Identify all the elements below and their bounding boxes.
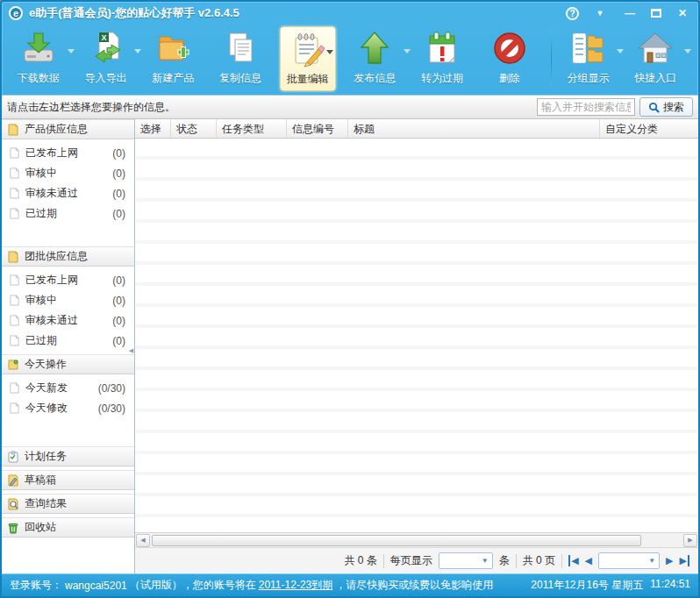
sidebar-item-review-failed-2[interactable]: 审核未通过 (0) <box>2 310 134 331</box>
minimize-icon[interactable]: — <box>621 7 639 19</box>
sidebar-section-product-supply[interactable]: 产品供应信息 <box>2 119 134 139</box>
expire-date-link[interactable]: 2011-12-23到期 <box>259 578 333 593</box>
delete-icon <box>490 29 529 68</box>
toolbar-separator <box>551 30 552 88</box>
sidebar-section-group-supply[interactable]: 团批供应信息 <box>2 246 134 267</box>
item-count: (0) <box>112 274 125 287</box>
table-body-empty[interactable] <box>135 139 698 532</box>
new-product-icon <box>154 29 192 68</box>
column-title[interactable]: 标题 <box>348 119 600 138</box>
item-count: (0) <box>112 208 125 220</box>
dropdown-caret-icon[interactable] <box>617 49 624 53</box>
app-logo-icon: e <box>9 6 23 20</box>
hint-text: 请点击左边栏选择您要操作的信息。 <box>7 100 175 115</box>
window-controls: ? ▼ — ✕ <box>566 7 691 20</box>
page-select[interactable]: ▼ <box>598 552 660 569</box>
collapse-icon[interactable]: ▼ <box>591 9 609 18</box>
per-page-select[interactable]: ▼ <box>439 552 493 569</box>
search-input[interactable] <box>537 98 635 116</box>
column-status[interactable]: 状态 <box>171 119 217 138</box>
trial-text: （试用版），您的账号将在 <box>130 578 256 593</box>
close-icon[interactable]: ✕ <box>674 7 691 19</box>
sidebar-item-review-failed[interactable]: 审核未通过 (0) <box>2 183 134 203</box>
message-bar: 请点击左边栏选择您要操作的信息。 搜索 <box>2 95 698 119</box>
group-display-icon <box>568 29 607 68</box>
sidebar-section-today[interactable]: 今天操作 <box>2 354 134 374</box>
toolbar-button-group-display[interactable]: 分组显示 <box>561 26 617 91</box>
help-icon[interactable]: ? <box>566 7 579 20</box>
batch-edit-icon <box>289 30 327 68</box>
publish-info-icon <box>355 29 394 68</box>
scroll-left-icon[interactable]: ◀ <box>136 534 150 547</box>
first-page-icon[interactable]: ◀ <box>568 555 578 566</box>
toolbar-button-download-data[interactable]: 下载数据 <box>11 26 67 91</box>
per-page-label: 每页显示 <box>390 553 432 568</box>
dropdown-caret-icon[interactable] <box>68 49 75 53</box>
page-icon <box>9 402 20 414</box>
maximize-icon[interactable] <box>651 9 661 18</box>
scrollbar-thumb[interactable] <box>152 535 641 546</box>
toolbar-button-new-product[interactable]: 新建产品 <box>145 26 201 91</box>
toolbar-button-copy-info[interactable]: 复制信息 <box>212 26 268 91</box>
toolbar-button-quick-entry[interactable]: 快捷入口 <box>627 26 683 91</box>
column-info-id[interactable]: 信息编号 <box>287 119 348 138</box>
item-count: (0/30) <box>98 382 125 395</box>
column-task-type[interactable]: 任务类型 <box>217 119 287 138</box>
sidebar-item-today-new[interactable]: 今天新发 (0/30) <box>2 378 134 398</box>
prev-page-icon[interactable]: ◀ <box>585 555 592 566</box>
note-icon <box>7 124 19 136</box>
scroll-right-icon[interactable]: ▶ <box>683 534 697 547</box>
search-button[interactable]: 搜索 <box>639 97 693 117</box>
sidebar-item-reviewing[interactable]: 审核中 (0) <box>2 163 134 183</box>
sidebar-item-published-2[interactable]: 已发布上网 (0) <box>2 270 134 290</box>
expire-icon <box>423 29 461 68</box>
page-icon <box>9 208 20 219</box>
page-icon <box>9 335 20 346</box>
sidebar-item-today-modified[interactable]: 今天修改 (0/30) <box>2 398 134 418</box>
dropdown-caret-icon[interactable] <box>134 49 141 53</box>
toolbar-button-publish-info[interactable]: 发布信息 <box>347 26 404 91</box>
today-icon <box>7 359 19 371</box>
sidebar-item-reviewing-2[interactable]: 审核中 (0) <box>2 290 134 310</box>
app-window: e e助手(普通会员)-您的贴心好帮手 v2.6.4.5 ? ▼ — ✕ 下载数… <box>0 0 700 598</box>
per-page-unit: 条 <box>499 553 510 568</box>
titlebar: e e助手(普通会员)-您的贴心好帮手 v2.6.4.5 ? ▼ — ✕ <box>2 2 698 25</box>
next-page-icon[interactable]: ▶ <box>666 555 673 566</box>
sidebar: 产品供应信息 已发布上网 (0) 审核中 (0) 审核未通过 (0) <box>2 119 135 573</box>
dropdown-caret-icon[interactable] <box>326 50 333 54</box>
sidebar-section-plan-tasks[interactable]: 计划任务 <box>2 446 134 466</box>
clipboard-icon <box>7 451 19 463</box>
quick-entry-icon <box>636 29 675 68</box>
toolbar-button-delete[interactable]: 删除 <box>482 26 538 91</box>
toolbar-button-expire[interactable]: 转为过期 <box>414 26 470 91</box>
column-custom-category[interactable]: 自定义分类 <box>600 119 698 138</box>
sidebar-section-drafts[interactable]: 草稿箱 <box>2 470 134 490</box>
last-page-icon[interactable]: ▶ <box>680 555 689 566</box>
item-count: (0/30) <box>98 402 125 415</box>
toolbar-button-import-export[interactable]: X 导入导出 <box>78 26 134 91</box>
status-time: 11:24:51 <box>650 578 690 593</box>
sidebar-item-expired-2[interactable]: 已过期 (0) <box>2 331 134 351</box>
page-icon <box>9 295 20 306</box>
svg-text:X: X <box>101 33 106 42</box>
item-count: (0) <box>112 315 125 327</box>
sidebar-section-query-results[interactable]: 查询结果 <box>2 494 134 514</box>
item-count: (0) <box>112 167 125 180</box>
status-date: 2011年12月16号 星期五 <box>531 578 643 593</box>
sidebar-collapse-icon[interactable]: ◀ <box>128 338 134 363</box>
search-icon <box>648 102 660 113</box>
page-icon <box>9 188 20 199</box>
page-icon <box>9 315 20 326</box>
toolbar-button-batch-edit[interactable]: 批量编辑 <box>280 26 336 91</box>
download-data-icon <box>19 29 58 68</box>
account-name: wangcai5201 <box>65 580 127 592</box>
toolbar: 下载数据 X 导入导出 <box>2 25 698 95</box>
column-select[interactable]: 选择 <box>135 119 171 138</box>
horizontal-scrollbar[interactable]: ◀ ▶ <box>135 532 698 547</box>
sidebar-section-recycle-bin[interactable]: 回收站 <box>2 517 134 537</box>
dropdown-caret-icon[interactable] <box>404 49 411 53</box>
item-count: (0) <box>112 335 125 347</box>
dropdown-caret-icon[interactable] <box>684 49 691 53</box>
sidebar-item-expired[interactable]: 已过期 (0) <box>2 203 134 224</box>
sidebar-item-published[interactable]: 已发布上网 (0) <box>2 143 134 163</box>
